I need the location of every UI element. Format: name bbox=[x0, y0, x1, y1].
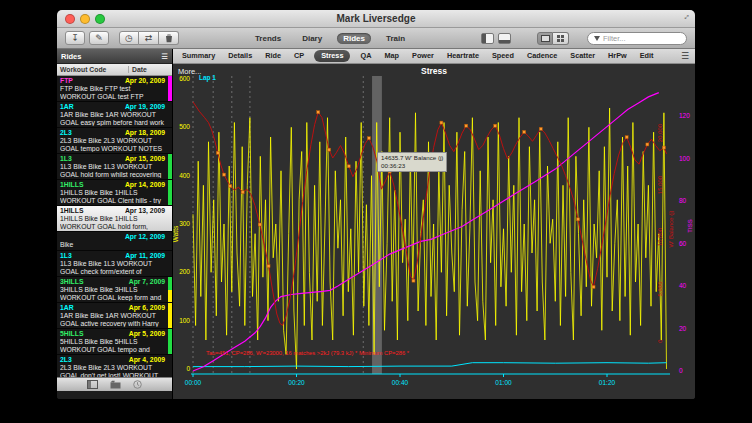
ride-code: 3HILLS bbox=[60, 278, 83, 286]
ride-description: 1HILLS Bike Bike 1HILLS WORKOUT GOAL Cle… bbox=[60, 189, 165, 204]
column-workout-code[interactable]: Workout Code bbox=[57, 66, 129, 73]
match-marker bbox=[267, 265, 270, 268]
ride-description: 1L3 Bike Bike 1L3 WORKOUT GOAL check for… bbox=[60, 260, 165, 276]
filter-funnel-icon bbox=[594, 36, 600, 41]
list-item[interactable]: 2L3Apr 4, 20092L3 Bike Bike 2L3 WORKOUT … bbox=[57, 355, 172, 377]
sidebar-header: Rides ☰ bbox=[57, 49, 172, 64]
match-marker bbox=[216, 151, 219, 154]
list-item[interactable]: 1ARApr 6, 20091AR Bike Bike 1AR WORKOUT … bbox=[57, 303, 172, 329]
zoom-window-icon[interactable] bbox=[95, 14, 105, 24]
sync-clock-icon[interactable] bbox=[133, 380, 142, 389]
stress-chart-region[interactable]: More... Stress 00:0000:2000:4001:0001:20… bbox=[173, 64, 695, 399]
view-tab-rides[interactable]: Rides bbox=[337, 33, 371, 44]
chart-tab-hrpw[interactable]: HrPw bbox=[605, 51, 630, 61]
download-icon: ↧ bbox=[71, 33, 79, 43]
tiled-view-button[interactable] bbox=[553, 32, 569, 45]
list-item[interactable]: 1HILLSApr 14, 20091HILLS Bike Bike 1HILL… bbox=[57, 180, 172, 206]
ride-color-bar bbox=[168, 154, 172, 179]
manual-activity-button[interactable]: ✎ bbox=[89, 31, 109, 45]
ride-code: 1L3 bbox=[60, 252, 72, 260]
list-item[interactable]: 5HILLSApr 5, 20095HILLS Bike Bike 5HILLS… bbox=[57, 329, 172, 355]
ride-description: FTP Bike Bike FTP test WORKOUT GOAL test… bbox=[60, 85, 165, 101]
chart-tab-map[interactable]: Map bbox=[381, 51, 402, 61]
toggle-sidebar-button[interactable] bbox=[481, 33, 494, 44]
chart-menu-icon[interactable]: ☰ bbox=[681, 51, 689, 61]
window-title: Mark Liversedge bbox=[57, 13, 695, 24]
chart-tab-edit[interactable]: Edit bbox=[637, 51, 657, 61]
split-activity-button[interactable]: ⇄ bbox=[139, 31, 159, 45]
sidebar-bottom-toolbar bbox=[57, 377, 172, 391]
lap-label: Lap 1 bbox=[199, 74, 216, 82]
view-tab-diary[interactable]: Diary bbox=[296, 33, 328, 44]
match-marker bbox=[465, 124, 468, 127]
chart-tab-cp[interactable]: CP bbox=[291, 51, 307, 61]
minimize-window-icon[interactable] bbox=[80, 14, 90, 24]
layout-segmented-control bbox=[537, 32, 569, 45]
chart-tab-scatter[interactable]: Scatter bbox=[567, 51, 598, 61]
chart-tab-summary[interactable]: Summary bbox=[179, 51, 218, 61]
ride-code: 1HILLS bbox=[60, 181, 83, 189]
chart-tab-speed[interactable]: Speed bbox=[489, 51, 517, 61]
match-marker bbox=[539, 127, 542, 130]
filter-field[interactable]: Filter... bbox=[587, 32, 687, 45]
list-item[interactable]: 3HILLSApr 7, 20093HILLS Bike Bike 3HILLS… bbox=[57, 277, 172, 303]
match-marker bbox=[592, 285, 595, 288]
delete-activity-button[interactable] bbox=[159, 31, 179, 45]
column-date[interactable]: Date bbox=[129, 66, 172, 73]
match-marker bbox=[367, 137, 370, 140]
stopwatch-icon: ◷ bbox=[125, 33, 133, 43]
ride-color-bar bbox=[168, 303, 172, 328]
tooltip-time: 00:36:23 bbox=[381, 162, 443, 170]
chart-tab-power[interactable]: Power bbox=[409, 51, 437, 61]
close-window-icon[interactable] bbox=[65, 14, 75, 24]
tiss-tick-label: 40 bbox=[679, 282, 687, 289]
folder-icon[interactable] bbox=[110, 380, 121, 389]
ride-date: Apr 11, 2009 bbox=[125, 252, 165, 260]
list-item[interactable]: FTPApr 20, 2009FTP Bike Bike FTP test WO… bbox=[57, 76, 172, 102]
ride-code: 2L3 bbox=[60, 129, 72, 137]
sidebar-bottom-shadow bbox=[57, 391, 172, 399]
ride-code: 2L3 bbox=[60, 356, 72, 364]
list-item[interactable]: 1L3Apr 15, 20091L3 Bike Bike 1L3 WORKOUT… bbox=[57, 154, 172, 180]
chart-tab-cadence[interactable]: Cadence bbox=[524, 51, 560, 61]
toggle-recording-button[interactable]: ◷ bbox=[119, 31, 139, 45]
ride-description: 1HILLS Bike Bike 1HILLS WORKOUT GOAL hol… bbox=[60, 215, 165, 231]
sidebar-panel-icon[interactable] bbox=[87, 380, 98, 389]
chart-tab-details[interactable]: Details bbox=[225, 51, 255, 61]
x-tick-label: 00:20 bbox=[288, 379, 305, 386]
single-view-button[interactable] bbox=[537, 32, 553, 45]
ride-description: 2L3 Bike Bike 2L3 WORKOUT GOAL don't get… bbox=[60, 364, 165, 377]
list-item[interactable]: 2L3Apr 18, 20092L3 Bike Bike 2L3 WORKOUT… bbox=[57, 128, 172, 154]
match-marker bbox=[440, 121, 443, 124]
chart-tab-qa[interactable]: QA bbox=[357, 51, 374, 61]
ride-description: 3HILLS Bike Bike 3HILLS WORKOUT GOAL kee… bbox=[60, 286, 165, 301]
list-item[interactable]: 1HILLSApr 13, 20091HILLS Bike Bike 1HILL… bbox=[57, 206, 172, 232]
ride-code: 1AR bbox=[60, 304, 74, 312]
list-item[interactable]: Apr 12, 2009Bike bbox=[57, 232, 172, 251]
rides-sidebar: Rides ☰ Workout Code Date FTPApr 20, 200… bbox=[57, 49, 173, 399]
watts-tick-label: 400 bbox=[179, 172, 190, 179]
chart-tab-stress[interactable]: Stress bbox=[314, 50, 350, 62]
ride-date: Apr 5, 2009 bbox=[129, 330, 165, 338]
match-marker bbox=[523, 130, 526, 133]
chart-tab-ride[interactable]: Ride bbox=[262, 51, 284, 61]
list-item[interactable]: 1ARApr 19, 20091AR Bike Bike 1AR WORKOUT… bbox=[57, 102, 172, 128]
match-marker bbox=[258, 223, 261, 226]
match-marker bbox=[223, 173, 226, 176]
ride-description: 1L3 Bike Bike 1L3 WORKOUT GOAL hold form… bbox=[60, 163, 165, 178]
toggle-lowbar-button[interactable] bbox=[498, 33, 511, 44]
ride-code: 5HILLS bbox=[60, 330, 83, 338]
view-tab-trends[interactable]: Trends bbox=[249, 33, 287, 44]
ride-date: Apr 14, 2009 bbox=[125, 181, 165, 189]
tiss-tick-label: 60 bbox=[679, 240, 687, 247]
chart-tab-heartrate[interactable]: Heartrate bbox=[444, 51, 482, 61]
ride-date: Apr 13, 2009 bbox=[125, 207, 165, 215]
tiss-tick-label: 0 bbox=[679, 367, 683, 374]
sidebar-menu-icon[interactable]: ☰ bbox=[161, 52, 168, 61]
download-activity-button[interactable]: ↧ bbox=[65, 31, 85, 45]
ride-color-bar bbox=[168, 329, 172, 354]
view-tab-train[interactable]: Train bbox=[380, 33, 411, 44]
list-item[interactable]: 1L3Apr 11, 20091L3 Bike Bike 1L3 WORKOUT… bbox=[57, 251, 172, 277]
stress-plot[interactable]: 00:0000:2000:4001:0001:20600500400300200… bbox=[173, 64, 695, 399]
split-intervals-icon: ⇄ bbox=[145, 33, 153, 43]
